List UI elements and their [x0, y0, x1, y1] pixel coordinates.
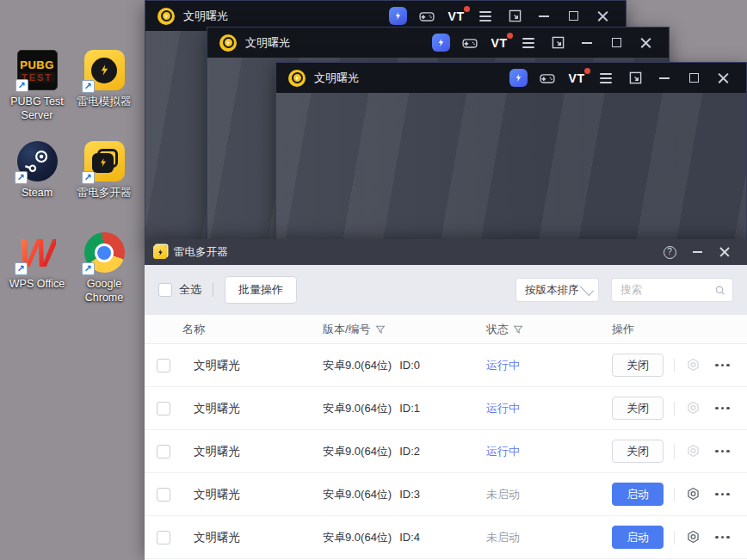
popout-icon[interactable]: [620, 63, 650, 93]
multi-instance-manager-window: 雷电多开器 ? 全选 批量操作 按版本排序 名称: [145, 239, 747, 560]
instance-name: 文明曙光: [182, 401, 323, 416]
gamepad-icon[interactable]: [455, 28, 485, 58]
boost-icon[interactable]: [503, 63, 533, 93]
desktop-icon-label: PUBG Test Server: [3, 95, 71, 123]
ldplayer-icon: ↗: [84, 50, 125, 90]
header-version: 版本/编号: [323, 322, 486, 337]
search-input[interactable]: [620, 284, 714, 296]
close-button[interactable]: [711, 239, 738, 265]
shortcut-arrow-icon: ↗: [15, 79, 28, 92]
instance-name: 文明曙光: [182, 444, 323, 459]
boost-icon[interactable]: [426, 28, 455, 58]
instance-actions: 关闭: [612, 354, 747, 377]
maximize-button[interactable]: [602, 28, 631, 58]
settings-gear-icon[interactable]: [685, 443, 701, 459]
window-title: 文明曙光: [245, 35, 290, 51]
gamepad-icon[interactable]: [533, 63, 562, 93]
manager-toolbar: 全选 批量操作 按版本排序: [145, 265, 747, 315]
help-button[interactable]: ?: [656, 239, 683, 265]
settings-gear-icon[interactable]: [685, 486, 701, 502]
instance-action-button[interactable]: 启动: [612, 526, 664, 549]
close-button[interactable]: [631, 28, 660, 58]
instance-status: 未启动: [486, 530, 612, 545]
emulator-titlebar[interactable]: 文明曙光 VT: [276, 63, 746, 93]
row-checkbox[interactable]: [157, 531, 170, 545]
desktop-icon-ld-multiplayer[interactable]: ↗ 雷电多开器: [71, 141, 138, 232]
instance-row: 文明曙光 安卓9.0(64位)ID:2 运行中 关闭: [145, 430, 747, 473]
instance-action-button[interactable]: 关闭: [612, 397, 664, 420]
minimize-button[interactable]: [650, 63, 679, 93]
notification-dot-icon: [464, 6, 470, 12]
vt-badge[interactable]: VT: [562, 63, 591, 93]
row-checkbox[interactable]: [157, 445, 170, 458]
notification-dot-icon: [584, 68, 590, 74]
menu-icon[interactable]: [514, 28, 543, 58]
close-button[interactable]: [708, 63, 738, 93]
action-divider: [674, 359, 675, 372]
search-box: [611, 278, 733, 302]
desktop-icon-pubg-test-server[interactable]: PUBG TEST ↗ PUBG Test Server: [3, 50, 71, 141]
desktop-icon-label: 雷电多开器: [77, 186, 132, 200]
settings-gear-icon[interactable]: [685, 357, 701, 373]
emulator-window-3: 文明曙光 VT: [275, 62, 747, 241]
settings-gear-icon[interactable]: [685, 529, 701, 545]
instance-row: 文明曙光 安卓9.0(64位)ID:1 运行中 关闭: [145, 387, 747, 430]
instance-version: 安卓9.0(64位)ID:0: [323, 358, 486, 373]
shortcut-arrow-icon: ↗: [82, 80, 95, 93]
emulator-titlebar[interactable]: 文明曙光 VT: [207, 28, 669, 58]
ld-multiplayer-icon: ↗: [84, 141, 125, 182]
action-divider: [674, 488, 675, 502]
batch-operations-button[interactable]: 批量操作: [225, 276, 297, 304]
filter-icon[interactable]: [375, 324, 386, 335]
popout-icon[interactable]: [543, 28, 572, 58]
instance-row: 文明曙光 安卓9.0(64位)ID:0 运行中 关闭: [145, 344, 747, 387]
sort-dropdown[interactable]: 按版本排序: [515, 278, 599, 302]
instance-action-button[interactable]: 关闭: [612, 440, 664, 463]
menu-icon[interactable]: [591, 63, 620, 93]
desktop-icon-google-chrome[interactable]: ↗ Google Chrome: [71, 232, 138, 323]
shortcut-arrow-icon: ↗: [15, 262, 28, 275]
more-options-icon[interactable]: [715, 407, 730, 410]
more-options-icon[interactable]: [715, 536, 730, 539]
filter-icon[interactable]: [513, 324, 523, 335]
desktop-icon-label: 雷电模拟器: [77, 95, 132, 108]
minimize-button[interactable]: [683, 239, 711, 265]
desktop: PUBG TEST ↗ PUBG Test Server ↗ 雷电模拟器: [0, 0, 747, 560]
ld-multiplayer-logo-icon: [153, 245, 167, 259]
action-divider: [674, 402, 675, 415]
row-checkbox[interactable]: [157, 402, 170, 415]
select-all-label: 全选: [179, 282, 201, 298]
help-icon: ?: [664, 246, 676, 259]
more-options-icon[interactable]: [715, 493, 730, 496]
instance-action-button[interactable]: 启动: [612, 483, 664, 506]
instance-version: 安卓9.0(64位)ID:3: [323, 487, 486, 502]
row-checkbox[interactable]: [157, 488, 170, 502]
desktop-icon-grid: PUBG TEST ↗ PUBG Test Server ↗ 雷电模拟器: [3, 50, 143, 323]
desktop-icon-label: WPS Office: [9, 277, 65, 291]
instance-version: 安卓9.0(64位)ID:2: [323, 444, 486, 459]
more-options-icon[interactable]: [715, 364, 730, 367]
header-name: 名称: [182, 322, 323, 337]
desktop-icon-ldplayer[interactable]: ↗ 雷电模拟器: [71, 50, 138, 141]
vt-label: VT: [491, 36, 508, 50]
maximize-button[interactable]: [679, 63, 708, 93]
instance-status: 运行中: [486, 401, 612, 416]
instance-name: 文明曙光: [182, 530, 323, 545]
instance-actions: 关闭: [612, 440, 747, 463]
header-status: 状态: [486, 322, 612, 337]
select-all-checkbox[interactable]: [158, 283, 172, 297]
more-options-icon[interactable]: [715, 450, 730, 453]
row-checkbox[interactable]: [157, 359, 170, 372]
desktop-icon-wps-office[interactable]: W ↗ WPS Office: [3, 232, 71, 323]
manager-titlebar[interactable]: 雷电多开器 ?: [145, 239, 747, 265]
instance-action-button[interactable]: 关闭: [612, 354, 664, 377]
table-header: 名称 版本/编号 状态 操作: [145, 315, 747, 344]
minimize-button[interactable]: [572, 28, 602, 58]
desktop-icon-steam[interactable]: ↗ Steam: [3, 141, 71, 232]
vt-badge[interactable]: VT: [485, 28, 514, 58]
steam-icon: ↗: [17, 141, 58, 182]
instance-status: 运行中: [486, 444, 612, 459]
settings-gear-icon[interactable]: [685, 400, 701, 416]
instance-row: 文明曙光 安卓9.0(64位)ID:3 未启动 启动: [145, 473, 747, 516]
instance-name: 文明曙光: [182, 358, 323, 373]
